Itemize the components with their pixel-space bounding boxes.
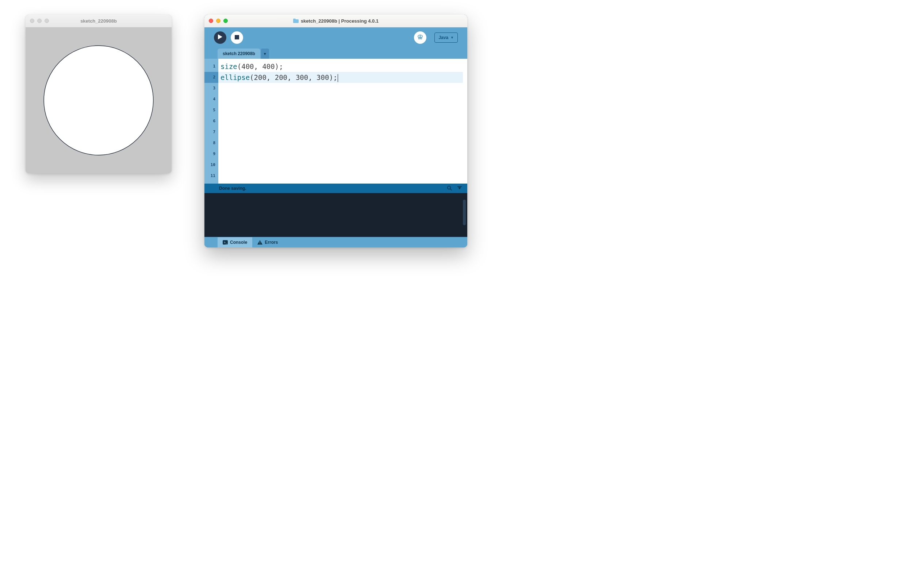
bottom-tabs: >_ Console Errors: [204, 237, 467, 247]
tab-row: sketch 220908b ▼: [204, 48, 467, 59]
line-number: 3: [204, 83, 218, 94]
code-editor[interactable]: size(400, 400); ellipse(200, 200, 300, 3…: [218, 59, 463, 184]
svg-rect-4: [235, 35, 239, 39]
line-number: 10: [204, 160, 218, 170]
code-args: (200, 200, 300, 300);: [250, 73, 337, 81]
search-icon[interactable]: [447, 186, 452, 192]
status-bar: Done saving.: [204, 184, 467, 193]
code-line: [218, 127, 463, 137]
terminal-icon: >_: [223, 240, 228, 244]
code-function: size: [220, 62, 237, 70]
line-number: 6: [204, 116, 218, 127]
svg-rect-12: [260, 242, 261, 243]
svg-rect-13: [260, 244, 261, 244]
code-line: [218, 94, 463, 105]
ellipse-shape: [44, 45, 154, 155]
sketch-drawing: [26, 27, 171, 173]
sketch-titlebar[interactable]: sketch_220908b: [26, 15, 171, 27]
minimize-icon[interactable]: [216, 19, 220, 23]
collapse-icon[interactable]: [457, 186, 462, 192]
line-number: 11: [204, 170, 218, 181]
code-line: [218, 170, 463, 181]
mode-label: Java: [438, 35, 448, 40]
line-number: 5: [204, 105, 218, 116]
code-line: [218, 83, 463, 94]
code-line: [218, 105, 463, 116]
line-number: 8: [204, 137, 218, 149]
line-number: 2: [204, 72, 218, 83]
tab-dropdown-button[interactable]: ▼: [261, 48, 269, 59]
chevron-down-icon: ▼: [451, 36, 454, 39]
line-number: 7: [204, 127, 218, 137]
sketch-tab[interactable]: sketch 220908b: [218, 48, 260, 59]
code-line: ellipse(200, 200, 300, 300);: [218, 72, 463, 83]
editor-area: 1 2 3 4 5 6 7 8 9 10 11 size(400, 400); …: [204, 59, 467, 184]
console-tab-label: Console: [230, 240, 247, 245]
svg-line-6: [450, 189, 452, 190]
code-line: [218, 137, 463, 149]
sketch-output-window: sketch_220908b: [26, 15, 171, 173]
minimize-icon[interactable]: [37, 19, 42, 23]
ide-window: sketch_220908b | Processing 4.0.1: [204, 15, 467, 247]
stop-button[interactable]: [231, 31, 243, 44]
ide-title-text: sketch_220908b | Processing 4.0.1: [301, 18, 378, 24]
errors-tab[interactable]: Errors: [252, 237, 283, 247]
debug-button[interactable]: [414, 31, 427, 44]
sketch-window-controls: [30, 15, 49, 27]
console-tab[interactable]: >_ Console: [218, 237, 252, 247]
close-icon[interactable]: [209, 19, 213, 23]
zoom-icon[interactable]: [45, 19, 49, 23]
line-number: 9: [204, 149, 218, 160]
sketch-tab-label: sketch 220908b: [223, 51, 255, 56]
line-number: 1: [204, 61, 218, 72]
mode-selector[interactable]: Java ▼: [435, 32, 458, 43]
line-number: 4: [204, 94, 218, 105]
butterfly-icon: [417, 34, 423, 41]
code-line: [218, 160, 463, 170]
status-message: Done saving.: [219, 186, 246, 191]
svg-marker-8: [458, 187, 461, 189]
svg-text:>_: >_: [224, 241, 228, 244]
scrollbar-thumb[interactable]: [463, 200, 466, 225]
errors-tab-label: Errors: [265, 240, 278, 245]
text-cursor: [338, 74, 338, 82]
line-number-gutter: 1 2 3 4 5 6 7 8 9 10 11: [204, 59, 218, 184]
warning-icon: [257, 240, 262, 244]
sketch-canvas: [26, 27, 171, 173]
code-args: (400, 400);: [237, 62, 283, 70]
console-output[interactable]: [204, 193, 467, 237]
ide-toolbar: Java ▼: [204, 27, 467, 48]
play-icon: [218, 34, 222, 41]
stop-icon: [235, 34, 239, 41]
ide-window-title: sketch_220908b | Processing 4.0.1: [293, 18, 378, 24]
code-line: [218, 116, 463, 127]
zoom-icon[interactable]: [223, 19, 228, 23]
svg-marker-3: [218, 34, 222, 39]
ide-titlebar[interactable]: sketch_220908b | Processing 4.0.1: [204, 15, 467, 27]
run-button[interactable]: [214, 31, 226, 44]
code-line: [218, 149, 463, 160]
ide-window-controls: [209, 15, 228, 27]
sketch-window-title: sketch_220908b: [80, 18, 117, 24]
folder-icon: [293, 19, 299, 23]
svg-rect-2: [293, 19, 296, 21]
code-function: ellipse: [220, 73, 250, 81]
chevron-down-icon: ▼: [263, 52, 267, 56]
close-icon[interactable]: [30, 19, 34, 23]
code-line: size(400, 400);: [218, 61, 463, 72]
